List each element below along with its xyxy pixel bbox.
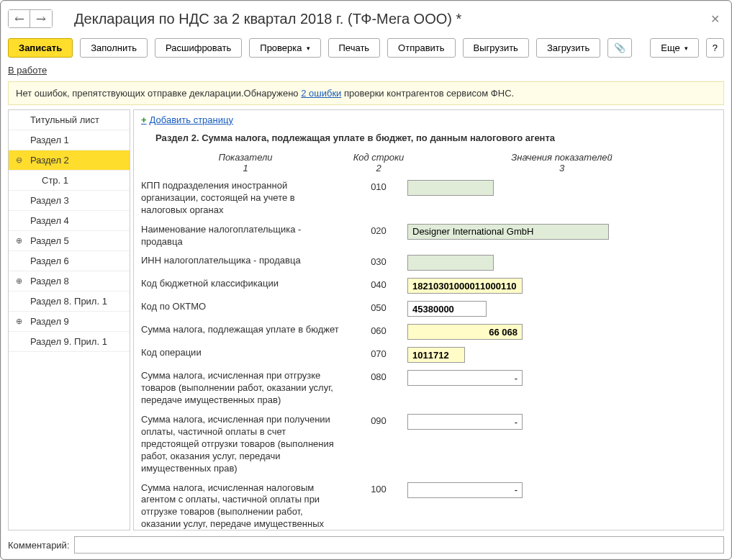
row-input-080[interactable] — [407, 370, 523, 386]
form-row: Сумма налога, исчисленная налоговым аген… — [141, 479, 716, 530]
tree-item-6[interactable]: ⊕Раздел 5 — [9, 231, 130, 251]
row-label: Наименование налогоплательщика - продавц… — [141, 224, 350, 248]
form-row: Сумма налога, исчисленная при получении … — [141, 410, 716, 478]
section-title: Раздел 2. Сумма налога, подлежащая уплат… — [141, 125, 716, 149]
row-input-100[interactable] — [407, 482, 523, 498]
tree-item-label: Раздел 8 — [30, 276, 69, 286]
export-button[interactable]: Выгрузить — [463, 38, 529, 58]
row-code: 070 — [350, 347, 407, 359]
close-icon[interactable]: ✕ — [706, 11, 724, 27]
tree-item-label: Раздел 1 — [30, 135, 69, 145]
fill-button[interactable]: Заполнить — [80, 38, 148, 58]
decode-button[interactable]: Расшифровать — [155, 38, 242, 58]
tree-item-label: Раздел 8. Прил. 1 — [30, 296, 107, 307]
form-row: Код операции070 — [141, 343, 716, 366]
more-button[interactable]: Еще▾ — [650, 38, 698, 58]
row-label: Код по ОКТМО — [141, 301, 350, 313]
paperclip-icon: 📎 — [614, 42, 625, 53]
row-code: 080 — [350, 370, 407, 382]
row-code: 090 — [350, 414, 407, 426]
tree-item-label: Стр. 1 — [42, 175, 68, 186]
row-code: 020 — [350, 224, 407, 236]
send-button[interactable]: Отправить — [387, 38, 455, 58]
titlebar: 🡐 🡒 Декларация по НДС за 2 квартал 2018 … — [8, 6, 724, 34]
tree-item-11[interactable]: Раздел 9. Прил. 1 — [9, 332, 130, 352]
row-label: Код бюджетной классификации — [141, 278, 350, 290]
row-input-070[interactable] — [407, 347, 465, 363]
tree-toggle-icon[interactable]: ⊕ — [16, 276, 22, 286]
row-label: Код операции — [141, 347, 350, 359]
row-code: 040 — [350, 278, 407, 290]
row-input-050[interactable] — [407, 301, 487, 317]
row-label: Сумма налога, исчисленная при получении … — [141, 414, 350, 474]
print-button[interactable]: Печать — [328, 38, 381, 58]
tree-item-9[interactable]: Раздел 8. Прил. 1 — [9, 292, 130, 312]
section-tree: Титульный листРаздел 1⊖Раздел 2Стр. 1Раз… — [8, 109, 130, 530]
row-label: ИНН налогоплательщика - продавца — [141, 255, 350, 267]
tree-item-3[interactable]: Стр. 1 — [9, 171, 130, 191]
toolbar: Записать Заполнить Расшифровать Проверка… — [8, 34, 724, 62]
back-button[interactable]: 🡐 — [9, 10, 30, 27]
status-link[interactable]: В работе — [8, 62, 724, 81]
tree-item-7[interactable]: Раздел 6 — [9, 251, 130, 271]
row-code: 100 — [350, 482, 407, 494]
form-row: Сумма налога, исчисленная при отгрузке т… — [141, 366, 716, 410]
row-input-060[interactable] — [407, 324, 523, 340]
row-label: Сумма налога, исчисленная налоговым аген… — [141, 482, 350, 530]
tree-item-1[interactable]: Раздел 1 — [9, 130, 130, 150]
row-code: 060 — [350, 324, 407, 336]
tree-toggle-icon[interactable]: ⊕ — [16, 236, 22, 245]
table-header: Показатели1 Код строки2 Значения показат… — [141, 149, 716, 176]
tree-item-8[interactable]: ⊕Раздел 8 — [9, 271, 130, 292]
help-button[interactable]: ? — [706, 38, 724, 58]
forward-button[interactable]: 🡒 — [30, 10, 52, 27]
tree-item-0[interactable]: Титульный лист — [9, 110, 130, 130]
tree-item-label: Раздел 9. Прил. 1 — [30, 336, 107, 347]
row-code: 050 — [350, 301, 407, 313]
tree-item-label: Раздел 9 — [30, 316, 69, 327]
tree-item-4[interactable]: Раздел 3 — [9, 191, 130, 211]
form-row: Сумма налога, подлежащая уплате в бюджет… — [141, 320, 716, 343]
chevron-down-icon: ▾ — [307, 45, 310, 52]
tree-item-label: Раздел 2 — [30, 155, 69, 166]
check-button[interactable]: Проверка▾ — [249, 38, 320, 58]
tree-item-label: Титульный лист — [30, 114, 99, 125]
alert-bar: Нет ошибок, препятствующих отправке декл… — [8, 81, 724, 105]
form-row: КПП подразделения иностранной организаци… — [141, 176, 716, 220]
tree-item-label: Раздел 4 — [30, 215, 69, 226]
tree-item-10[interactable]: ⊕Раздел 9 — [9, 312, 130, 332]
write-button[interactable]: Записать — [8, 38, 73, 58]
row-input-090[interactable] — [407, 414, 523, 430]
nav-buttons: 🡐 🡒 — [8, 9, 53, 28]
row-label: КПП подразделения иностранной организаци… — [141, 180, 350, 217]
plus-icon: + — [141, 114, 147, 125]
row-code: 010 — [350, 180, 407, 192]
tree-item-label: Раздел 3 — [30, 195, 69, 206]
import-button[interactable]: Загрузить — [536, 38, 600, 58]
row-input-040[interactable] — [407, 278, 523, 294]
add-page-link[interactable]: +Добавить страницу — [141, 114, 233, 125]
row-input-030[interactable] — [407, 255, 494, 271]
tree-item-5[interactable]: Раздел 4 — [9, 211, 130, 231]
content-panel: +Добавить страницу Раздел 2. Сумма налог… — [133, 109, 724, 530]
chevron-down-icon: ▾ — [684, 45, 688, 52]
form-row: Наименование налогоплательщика - продавц… — [141, 220, 716, 252]
tree-item-2[interactable]: ⊖Раздел 2 — [9, 150, 130, 171]
form-row: Код бюджетной классификации040 — [141, 274, 716, 297]
tree-toggle-icon[interactable]: ⊕ — [16, 317, 22, 326]
form-row: ИНН налогоплательщика - продавца030 — [141, 251, 716, 274]
errors-link[interactable]: 2 ошибки — [301, 88, 341, 99]
form-row: Код по ОКТМО050 — [141, 297, 716, 320]
attach-button[interactable]: 📎 — [607, 38, 632, 58]
row-input-020[interactable] — [407, 224, 609, 240]
footer: Комментарий: — [8, 530, 724, 554]
row-input-010[interactable] — [407, 180, 494, 196]
comment-input[interactable] — [74, 536, 725, 554]
window-title: Декларация по НДС за 2 квартал 2018 г. (… — [74, 11, 461, 27]
row-label: Сумма налога, исчисленная при отгрузке т… — [141, 370, 350, 407]
row-code: 030 — [350, 255, 407, 267]
tree-toggle-icon[interactable]: ⊖ — [16, 155, 22, 165]
row-label: Сумма налога, подлежащая уплате в бюджет — [141, 324, 350, 336]
tree-item-label: Раздел 6 — [30, 256, 69, 266]
comment-label: Комментарий: — [8, 540, 70, 551]
